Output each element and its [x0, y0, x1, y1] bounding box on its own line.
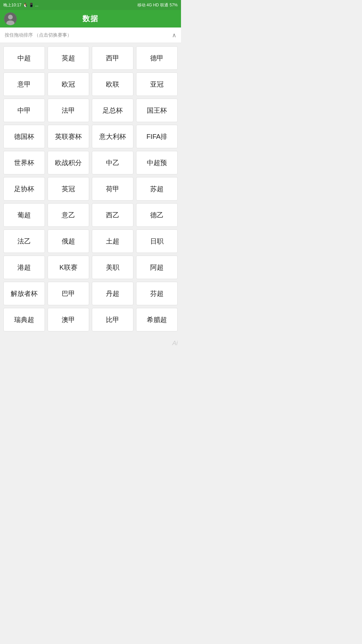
league-item[interactable]: 英联赛杯	[48, 125, 89, 148]
league-item[interactable]: 法甲	[48, 99, 89, 122]
league-item[interactable]: 法乙	[3, 229, 45, 253]
league-item[interactable]: 荷甲	[92, 177, 133, 201]
league-item[interactable]: 丹超	[92, 282, 133, 305]
league-grid-area: 中超英超西甲德甲意甲欧冠欧联亚冠中甲法甲足总杯国王杯德国杯英联赛杯意大利杯FIF…	[0, 43, 181, 338]
league-item[interactable]: 葡超	[3, 203, 45, 227]
sort-bar-label: 按住拖动排序 （点击切换赛事）	[5, 32, 72, 38]
league-item[interactable]: 比甲	[92, 308, 133, 331]
league-item[interactable]: 俄超	[48, 229, 89, 253]
bottom-watermark: Ai	[0, 338, 181, 348]
league-grid: 中超英超西甲德甲意甲欧冠欧联亚冠中甲法甲足总杯国王杯德国杯英联赛杯意大利杯FIF…	[3, 46, 178, 331]
status-icons: 🐧 📱 ...	[23, 3, 39, 7]
league-item[interactable]: 中乙	[92, 151, 133, 174]
league-item[interactable]: 足总杯	[92, 99, 133, 122]
league-item[interactable]: 足协杯	[3, 177, 45, 201]
svg-point-1	[8, 15, 13, 19]
league-item[interactable]: 西乙	[92, 203, 133, 227]
league-item[interactable]: 欧冠	[48, 72, 89, 96]
league-item[interactable]: 意大利杯	[92, 125, 133, 148]
league-item[interactable]: 英超	[48, 46, 89, 70]
league-item[interactable]: 日职	[136, 229, 178, 253]
status-time: 晚上10:17	[3, 2, 21, 8]
league-item[interactable]: 中甲	[3, 99, 45, 122]
status-network: 移动 4G HD	[137, 2, 159, 8]
league-item[interactable]: 英冠	[48, 177, 89, 201]
league-item[interactable]: 中超	[3, 46, 45, 70]
league-item[interactable]: 芬超	[136, 282, 178, 305]
league-item[interactable]: K联赛	[48, 256, 89, 279]
ai-watermark: Ai	[172, 340, 178, 347]
league-item[interactable]: 西甲	[92, 46, 133, 70]
app-header: 数据	[0, 10, 181, 28]
league-item[interactable]: 港超	[3, 256, 45, 279]
league-item[interactable]: 世界杯	[3, 151, 45, 174]
status-carrier: 联通	[160, 2, 168, 8]
status-right: 移动 4G HD 联通 57%	[137, 2, 178, 8]
league-item[interactable]: FIFA排	[136, 125, 178, 148]
league-item[interactable]: 德乙	[136, 203, 178, 227]
league-item[interactable]: 阿超	[136, 256, 178, 279]
league-item[interactable]: 苏超	[136, 177, 178, 201]
status-battery: 57%	[170, 3, 178, 7]
league-item[interactable]: 土超	[92, 229, 133, 253]
league-item[interactable]: 欧战积分	[48, 151, 89, 174]
sort-sub-text: （点击切换赛事）	[34, 32, 72, 38]
league-item[interactable]: 意乙	[48, 203, 89, 227]
sort-bar[interactable]: 按住拖动排序 （点击切换赛事） ∧	[0, 28, 181, 43]
league-item[interactable]: 国王杯	[136, 99, 178, 122]
league-item[interactable]: 美职	[92, 256, 133, 279]
league-item[interactable]: 中超预	[136, 151, 178, 174]
sort-main-text: 按住拖动排序	[5, 32, 33, 38]
status-left: 晚上10:17 🐧 📱 ...	[3, 2, 39, 8]
league-item[interactable]: 希腊超	[136, 308, 178, 331]
league-item[interactable]: 亚冠	[136, 72, 178, 96]
league-item[interactable]: 瑞典超	[3, 308, 45, 331]
league-item[interactable]: 意甲	[3, 72, 45, 96]
league-item[interactable]: 解放者杯	[3, 282, 45, 305]
league-item[interactable]: 澳甲	[48, 308, 89, 331]
page-title: 数据	[82, 14, 99, 24]
league-item[interactable]: 德甲	[136, 46, 178, 70]
status-bar: 晚上10:17 🐧 📱 ... 移动 4G HD 联通 57%	[0, 0, 181, 10]
league-item[interactable]: 德国杯	[3, 125, 45, 148]
league-item[interactable]: 巴甲	[48, 282, 89, 305]
collapse-icon[interactable]: ∧	[172, 32, 176, 39]
league-item[interactable]: 欧联	[92, 72, 133, 96]
avatar[interactable]	[4, 12, 17, 25]
